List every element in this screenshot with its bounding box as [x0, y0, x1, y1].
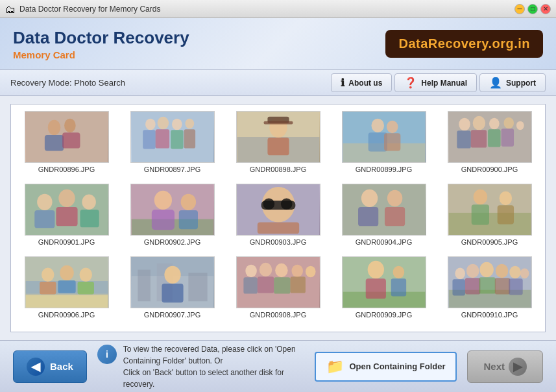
photo-thumbnail[interactable] [25, 111, 109, 163]
svg-rect-88 [243, 277, 257, 293]
svg-point-87 [305, 266, 315, 278]
info-text: To view the recovered Data, please click… [123, 343, 305, 390]
svg-rect-74 [77, 282, 93, 295]
support-button[interactable]: 👤 Support [479, 73, 546, 92]
svg-rect-97 [391, 278, 405, 296]
photo-grid-container[interactable]: GNDR00896.JPGGNDR00897.JPGGNDR00898.JPGG… [10, 104, 546, 332]
svg-point-56 [361, 190, 377, 207]
list-item[interactable]: GNDR00902.JPG [123, 184, 221, 246]
svg-rect-48 [178, 210, 197, 229]
minimize-button[interactable]: ─ [514, 4, 525, 14]
list-item[interactable]: GNDR00910.JPG [441, 256, 538, 319]
svg-point-94 [367, 261, 383, 278]
svg-rect-12 [171, 130, 184, 149]
open-folder-button[interactable]: 📁 Open Containing Folder [315, 352, 457, 382]
svg-point-104 [509, 266, 521, 279]
list-item[interactable]: GNDR00905.JPG [441, 184, 538, 246]
photo-thumbnail[interactable] [130, 184, 215, 236]
svg-point-103 [495, 264, 508, 278]
support-icon: 👤 [489, 77, 502, 89]
svg-point-47 [180, 194, 195, 210]
photo-filename: GNDR00898.JPG [250, 165, 306, 173]
svg-point-62 [473, 190, 487, 204]
info-line-1: To view the recovered Data, please click… [123, 343, 305, 367]
list-item[interactable]: GNDR00908.JPG [229, 256, 327, 319]
list-item[interactable]: GNDR00900.JPG [441, 111, 538, 173]
svg-rect-40 [34, 210, 54, 228]
svg-rect-107 [465, 278, 479, 294]
svg-rect-109 [494, 278, 509, 294]
svg-rect-33 [470, 130, 486, 147]
back-button[interactable]: ◀ Back [13, 350, 87, 383]
back-label: Back [50, 361, 73, 372]
info-icon: ℹ [341, 77, 344, 89]
list-item[interactable]: GNDR00906.JPG [18, 256, 115, 319]
close-button[interactable]: ✕ [540, 4, 551, 14]
list-item[interactable]: GNDR00897.JPG [123, 111, 221, 173]
svg-rect-77 [138, 270, 151, 302]
photo-thumbnail[interactable] [25, 256, 109, 308]
photo-filename: GNDR00909.JPG [356, 311, 412, 319]
svg-rect-54 [257, 223, 298, 234]
svg-rect-90 [274, 277, 290, 293]
svg-point-102 [479, 262, 493, 277]
photo-thumbnail[interactable] [236, 111, 320, 163]
svg-rect-46 [151, 210, 174, 230]
svg-rect-106 [452, 279, 465, 295]
help-manual-label: Help Manual [421, 79, 467, 88]
svg-point-84 [259, 263, 272, 276]
back-arrow-icon: ◀ [27, 358, 45, 376]
photo-thumbnail[interactable] [448, 256, 532, 308]
list-item[interactable]: GNDR00901.JPG [18, 184, 115, 246]
list-item[interactable]: GNDR00899.JPG [335, 111, 433, 173]
photo-thumbnail[interactable] [448, 184, 532, 236]
photo-thumbnail[interactable] [448, 111, 532, 163]
svg-point-53 [280, 198, 292, 210]
maximize-button[interactable]: □ [527, 4, 538, 14]
list-item[interactable]: GNDR00909.JPG [335, 256, 433, 319]
photo-filename: GNDR00897.JPG [144, 165, 200, 173]
list-item[interactable]: GNDR00903.JPG [229, 184, 327, 246]
photo-thumbnail[interactable] [130, 256, 215, 308]
list-item[interactable]: GNDR00907.JPG [123, 256, 221, 319]
list-item[interactable]: GNDR00896.JPG [18, 111, 115, 173]
help-manual-button[interactable]: ❓ Help Manual [394, 73, 477, 92]
svg-point-45 [154, 191, 171, 210]
list-item[interactable]: GNDR00904.JPG [335, 184, 433, 246]
list-item[interactable]: GNDR00898.JPG [229, 111, 327, 173]
recovery-mode-text: Recovery Mode: Photo Search [10, 78, 331, 88]
photo-thumbnail[interactable] [342, 184, 426, 236]
photo-thumbnail[interactable] [342, 111, 426, 163]
app-title: Data Doctor Recovery [13, 28, 385, 48]
info-section: i To view the recovered Data, please cli… [97, 343, 305, 390]
app-icon: 🗂 [5, 4, 16, 14]
window-controls: ─ □ ✕ [514, 4, 551, 14]
photo-thumbnail[interactable] [342, 256, 426, 308]
svg-rect-95 [365, 278, 385, 299]
next-button[interactable]: Next ▶ [467, 350, 543, 383]
photo-thumbnail[interactable] [236, 184, 320, 236]
photo-filename: GNDR00901.JPG [38, 238, 95, 246]
about-us-button[interactable]: ℹ About us [331, 73, 392, 92]
svg-point-27 [459, 118, 470, 131]
svg-rect-72 [40, 282, 56, 295]
svg-point-22 [371, 119, 384, 132]
support-label: Support [506, 79, 536, 88]
photo-filename: GNDR00907.JPG [144, 311, 200, 319]
photo-filename: GNDR00900.JPG [461, 165, 518, 173]
svg-point-29 [489, 118, 500, 130]
photo-thumbnail[interactable] [236, 256, 320, 308]
svg-rect-4 [62, 132, 80, 148]
svg-point-7 [157, 117, 169, 130]
svg-point-9 [185, 119, 194, 129]
photo-thumbnail[interactable] [25, 184, 109, 236]
photo-thumbnail[interactable] [130, 111, 215, 163]
photo-filename: GNDR00896.JPG [38, 165, 95, 173]
svg-rect-108 [479, 277, 495, 293]
help-icon: ❓ [404, 77, 417, 89]
app-subtitle: Memory Card [13, 49, 385, 60]
svg-point-69 [42, 268, 54, 282]
svg-rect-41 [56, 207, 77, 226]
next-arrow-icon: ▶ [509, 358, 527, 376]
svg-rect-19 [267, 138, 289, 155]
